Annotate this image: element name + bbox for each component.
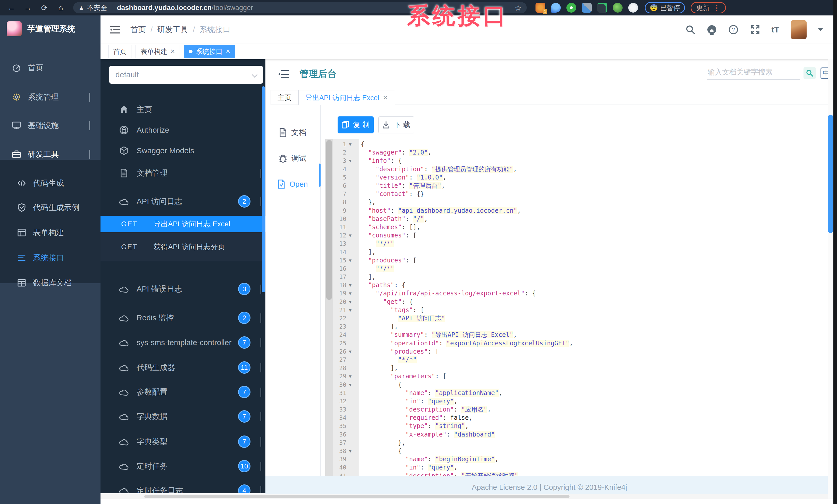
horizontal-scrollbar-thumb[interactable] bbox=[144, 495, 570, 498]
swagger-group-定时任务[interactable]: 定时任务10 bbox=[101, 455, 265, 477]
font-size-icon[interactable]: tT bbox=[771, 25, 779, 35]
sidebar-subitem-表单构建[interactable]: 表单构建 bbox=[0, 221, 101, 244]
browser-update-button[interactable]: 更新 ⋮ bbox=[691, 2, 726, 13]
sidebar-subitem-数据库文档[interactable]: 数据库文档 bbox=[0, 271, 101, 295]
doc-tab-主页[interactable]: 主页 bbox=[271, 90, 298, 105]
fold-toggle-icon[interactable]: ▼ bbox=[349, 374, 357, 379]
breadcrumb-item[interactable]: 研发工具 bbox=[157, 24, 188, 35]
bookmark-star-icon[interactable]: ☆ bbox=[515, 3, 521, 12]
download-button[interactable]: 下 载 bbox=[378, 116, 414, 133]
code-text: "get": { bbox=[357, 298, 413, 305]
fold-toggle-icon[interactable]: ▼ bbox=[349, 233, 357, 238]
user-avatar[interactable] bbox=[790, 20, 806, 39]
extension-icon[interactable] bbox=[551, 3, 561, 13]
browser-menu-icon[interactable]: ⋮ bbox=[713, 4, 720, 12]
fold-toggle-icon[interactable]: ▼ bbox=[349, 307, 357, 313]
fold-toggle-icon[interactable]: ▼ bbox=[349, 382, 357, 387]
swagger-group-定时任务日志[interactable]: 定时任务日志4 bbox=[101, 480, 265, 493]
sidebar-item-1[interactable]: 系统管理 bbox=[0, 85, 101, 109]
close-icon[interactable]: ✕ bbox=[383, 94, 388, 101]
extension-icon[interactable] bbox=[597, 3, 607, 13]
swagger-item-Swagger Models[interactable]: Swagger Models bbox=[101, 139, 265, 162]
fold-toggle-icon[interactable]: ▼ bbox=[349, 258, 357, 263]
swagger-group-代码生成器[interactable]: 代码生成器11 bbox=[101, 356, 265, 378]
copy-button[interactable]: 复 制 bbox=[338, 116, 374, 133]
sidebar-subitem-代码生成[interactable]: 代码生成 bbox=[0, 171, 101, 195]
swagger-item-主页[interactable]: 主页 bbox=[101, 98, 265, 120]
browser-home-icon[interactable]: ⌂ bbox=[56, 3, 66, 13]
sidebar-subitem-label: 代码生成 bbox=[33, 178, 64, 188]
json-code-editor[interactable]: 1▼{2 "swagger": "2.0",3▼ "info": {4 "des… bbox=[325, 139, 833, 476]
sidebar-item-3[interactable]: 研发工具 bbox=[0, 143, 101, 166]
sidebar-item-2[interactable]: 基础设施 bbox=[0, 114, 101, 137]
code-text: "tags": [ bbox=[357, 306, 424, 314]
doc-side-tab-调试[interactable]: 调试 bbox=[265, 149, 320, 167]
swagger-group-sys-sms-template-controller[interactable]: sys-sms-template-controller7 bbox=[101, 332, 265, 354]
fold-toggle-icon[interactable]: ▼ bbox=[349, 142, 357, 147]
swagger-group-API 错误日志[interactable]: API 错误日志3 bbox=[101, 278, 265, 300]
tags-view-tab[interactable]: 首页 bbox=[108, 45, 131, 58]
sidebar-fold-icon[interactable] bbox=[110, 25, 120, 34]
horizontal-scrollbar[interactable] bbox=[101, 494, 833, 499]
extension-icon[interactable] bbox=[582, 3, 592, 13]
swagger-sidebar-scrollbar[interactable] bbox=[262, 86, 265, 292]
extension-icon[interactable] bbox=[613, 3, 623, 13]
line-number: 18 bbox=[333, 282, 349, 288]
profile-paused-pill[interactable]: 😨 已暂停 bbox=[645, 2, 685, 13]
api-operation-row[interactable]: GET导出API 访问日志 Excel bbox=[101, 216, 265, 232]
browser-forward-icon[interactable]: → bbox=[23, 3, 33, 13]
fold-toggle-icon[interactable]: ▼ bbox=[349, 291, 357, 296]
user-menu-caret-icon[interactable] bbox=[818, 28, 823, 31]
api-group-select[interactable]: default bbox=[109, 66, 263, 84]
extension-icon[interactable] bbox=[566, 3, 576, 13]
sidebar-item-home[interactable]: 首页 bbox=[0, 56, 101, 79]
doc-search-icon[interactable] bbox=[803, 67, 816, 79]
address-bar[interactable]: ▲ 不安全 dashboard.yudao.iocoder.cn/tool/sw… bbox=[73, 2, 527, 13]
tags-view-tab[interactable]: 表单构建✕ bbox=[136, 45, 180, 58]
close-icon[interactable]: ✕ bbox=[226, 48, 230, 55]
editor-scrollbar-thumb[interactable] bbox=[326, 140, 332, 300]
github-icon[interactable] bbox=[707, 24, 717, 35]
sidebar-subitem-系统接口[interactable]: 系统接口 bbox=[0, 246, 101, 269]
help-icon[interactable]: ? bbox=[728, 24, 738, 35]
close-icon[interactable]: ✕ bbox=[170, 48, 175, 55]
chevron-down-icon bbox=[261, 486, 261, 493]
extension-icon[interactable]: 1 bbox=[535, 3, 545, 13]
doc-side-tab-文档[interactable]: 文档 bbox=[265, 124, 320, 142]
swagger-item-API 访问日志[interactable]: API 访问日志2 bbox=[101, 190, 265, 212]
code-line: 29▼ "parameters": [ bbox=[333, 372, 573, 380]
browser-back-icon[interactable]: ← bbox=[6, 3, 17, 13]
api-operation-row[interactable]: GET获得API 访问日志分页 bbox=[101, 232, 265, 261]
swagger-item-Authorize[interactable]: Authorize bbox=[101, 119, 265, 141]
security-label[interactable]: 不安全 bbox=[87, 3, 107, 12]
fold-toggle-icon[interactable]: ▼ bbox=[349, 299, 357, 304]
menu-collapse-icon[interactable] bbox=[278, 70, 289, 79]
search-icon[interactable] bbox=[685, 25, 695, 35]
chevron-down-icon bbox=[261, 284, 261, 293]
browser-reload-icon[interactable]: ⟳ bbox=[39, 3, 50, 13]
line-number: 19 bbox=[333, 290, 349, 297]
swagger-group-Redis 监控[interactable]: Redis 监控2 bbox=[101, 307, 265, 329]
swagger-group-字典类型[interactable]: 字典类型7 bbox=[101, 431, 265, 453]
tags-view-tab[interactable]: 系统接口✕ bbox=[184, 45, 235, 58]
fold-toggle-icon[interactable]: ▼ bbox=[349, 448, 357, 453]
swagger-item-文档管理[interactable]: 文档管理 bbox=[101, 162, 265, 184]
doc-side-tab-Open[interactable]: Open bbox=[265, 175, 320, 193]
vertical-scrollbar-thumb[interactable] bbox=[828, 115, 833, 233]
fold-toggle-icon[interactable]: ▼ bbox=[349, 282, 357, 288]
fold-toggle-icon[interactable]: ▼ bbox=[349, 349, 357, 354]
fullscreen-icon[interactable] bbox=[750, 24, 760, 35]
fold-toggle-icon[interactable]: ▼ bbox=[349, 158, 357, 163]
breadcrumb-item[interactable]: 首页 bbox=[130, 24, 146, 35]
swagger-group-参数配置[interactable]: 参数配置7 bbox=[101, 381, 265, 403]
doc-tab-导出API 访问日志 Excel[interactable]: 导出API 访问日志 Excel✕ bbox=[298, 90, 395, 105]
chevron-down-icon bbox=[261, 437, 261, 446]
code-text: { bbox=[357, 447, 402, 454]
swagger-group-字典数据[interactable]: 字典数据7 bbox=[101, 405, 265, 428]
sidebar-subitem-代码生成示例[interactable]: 代码生成示例 bbox=[0, 196, 101, 220]
doc-search-input[interactable] bbox=[707, 67, 800, 80]
editor-scrollbar[interactable] bbox=[325, 139, 333, 476]
code-line: 10 "basePath": "/", bbox=[333, 215, 573, 223]
chevron-down-icon bbox=[89, 93, 90, 101]
extension-icon[interactable] bbox=[628, 3, 638, 13]
